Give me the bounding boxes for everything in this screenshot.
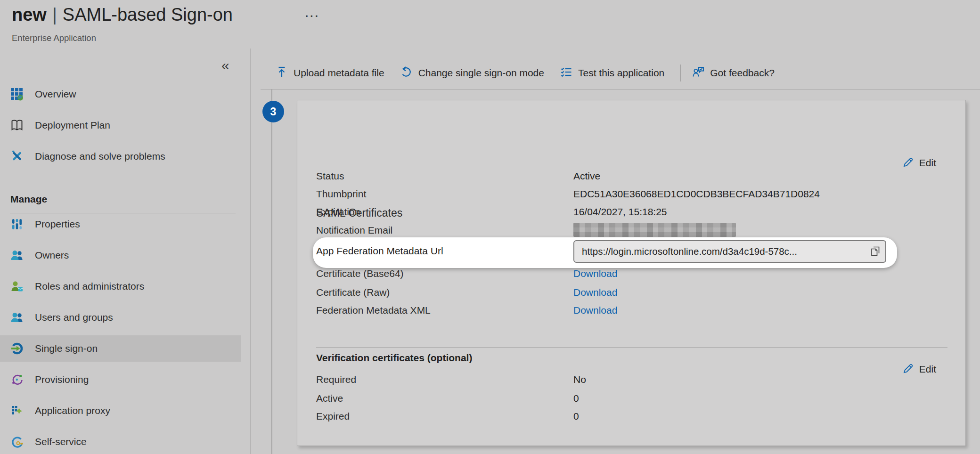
row-label: Required: [316, 374, 356, 385]
test-application-button[interactable]: Test this application: [560, 66, 664, 80]
row-notification-email: Notification Email: [297, 224, 965, 238]
sidebar-item-single-sign-on[interactable]: Single sign-on: [0, 335, 241, 362]
blade-name: SAML-based Sign-on: [63, 5, 233, 24]
row-value: 0: [573, 393, 579, 404]
row-federation-metadata-xml: Federation Metadata XML Download: [297, 304, 965, 318]
sidebar-item-label: Diagnose and solve problems: [35, 151, 165, 162]
got-feedback-button[interactable]: Got feedback?: [692, 66, 775, 80]
person-role-icon: [10, 280, 24, 293]
more-options-icon[interactable]: ···: [305, 10, 320, 23]
app-name: new: [12, 5, 47, 24]
command-bar: Upload metadata file Change single sign-…: [276, 62, 791, 84]
sidebar-item-label: Users and groups: [35, 312, 113, 323]
sidebar-item-label: Deployment Plan: [35, 120, 110, 131]
sidebar-item-overview[interactable]: Overview: [0, 81, 241, 107]
edit-token-certificate-button[interactable]: Edit: [902, 156, 936, 170]
page-title: new|SAML-based Sign-on: [12, 3, 233, 26]
row-label: Federation Metadata XML: [316, 305, 431, 316]
row-label: Expired: [316, 411, 350, 422]
row-thumbprint: Thumbprint EDC51A30E36068ED1CD0CDB3BECFA…: [297, 187, 965, 202]
sidebar-item-properties[interactable]: Properties: [0, 211, 241, 237]
title-separator: |: [52, 5, 57, 24]
sidebar-item-users-and-groups[interactable]: Users and groups: [0, 304, 241, 331]
two-people-icon: [10, 311, 24, 324]
sidebar-item-label: Application proxy: [35, 405, 110, 416]
ring-key-icon: [10, 435, 24, 448]
download-raw-link[interactable]: Download: [573, 287, 617, 298]
row-value: 0: [573, 411, 579, 422]
toolbar-divider: [261, 89, 980, 89]
url-field-value: https://login.microsoftonline.com/d3a4c1…: [582, 241, 865, 262]
sidebar-item-label: Properties: [35, 219, 80, 230]
row-certificate-raw: Certificate (Raw) Download: [297, 286, 965, 300]
sidebar-item-label: Provisioning: [35, 374, 89, 385]
sidebar-item-provisioning[interactable]: Provisioning: [0, 366, 241, 393]
app-window: new|SAML-based Sign-on ··· Enterprise Ap…: [0, 0, 980, 454]
row-status: Status Active: [297, 170, 965, 184]
grid-star-icon: [10, 404, 24, 417]
toolbar-label: Test this application: [578, 67, 664, 79]
sidebar-item-application-proxy[interactable]: Application proxy: [0, 397, 241, 424]
sso-arrow-circle-icon: [10, 342, 24, 355]
section-divider: [316, 347, 947, 348]
sidebar-section-manage: Manage: [10, 194, 47, 205]
row-label: Certificate (Base64): [316, 268, 404, 279]
toolbar-label: Upload metadata file: [294, 67, 384, 79]
sliders-icon: [10, 218, 24, 231]
row-label: Status: [316, 170, 344, 182]
upload-icon: [276, 66, 294, 80]
sidebar-divider: [250, 49, 251, 454]
row-expired-count: Expired 0: [297, 410, 965, 424]
toolbar-label: Change single sign-on mode: [418, 67, 544, 79]
undo-arrow-icon: [400, 66, 418, 80]
page-subtitle: Enterprise Application: [12, 33, 96, 43]
step-timeline: [271, 89, 272, 454]
saml-certificates-card: SAML Certificates Edit Token signing cer…: [297, 100, 966, 446]
sidebar-item-owners[interactable]: Owners: [0, 242, 241, 268]
download-base64-link[interactable]: Download: [573, 268, 617, 279]
two-people-icon: [10, 249, 24, 262]
row-expiration: Expiration 16/04/2027, 15:18:25: [297, 205, 965, 219]
feedback-person-icon: [692, 66, 710, 80]
redacted-email-value: [573, 223, 736, 237]
crossed-tools-icon: [10, 150, 24, 163]
app-federation-metadata-url-field[interactable]: https://login.microsoftonline.com/d3a4c1…: [573, 240, 886, 263]
verification-certificates-heading: Verification certificates (optional): [316, 352, 472, 364]
row-active-count: Active 0: [297, 392, 965, 406]
sidebar-item-label: Roles and administrators: [35, 281, 144, 292]
toolbar-separator: [680, 65, 681, 81]
row-value: Active: [573, 170, 600, 182]
collapse-sidebar-icon[interactable]: «: [221, 58, 229, 73]
sync-ring-icon: [10, 373, 24, 386]
row-label: Certificate (Raw): [316, 287, 390, 298]
sidebar-item-label: Overview: [35, 89, 76, 100]
change-sso-mode-button[interactable]: Change single sign-on mode: [400, 66, 544, 80]
pencil-icon: [902, 156, 915, 170]
row-certificate-base64: Certificate (Base64) Download: [297, 267, 965, 281]
upload-metadata-file-button[interactable]: Upload metadata file: [276, 66, 384, 80]
checklist-icon: [560, 66, 578, 80]
sidebar-item-roles[interactable]: Roles and administrators: [0, 273, 241, 300]
overview-grid-icon: [10, 88, 24, 101]
toolbar-label: Got feedback?: [710, 67, 775, 79]
row-label: Thumbprint: [316, 188, 366, 200]
sidebar-item-label: Owners: [35, 250, 69, 261]
row-label: Active: [316, 393, 343, 404]
row-value: EDC51A30E36068ED1CD0CDB3BECFAD34B71D0824: [573, 188, 820, 200]
app-federation-metadata-url-label: App Federation Metadata Url: [316, 245, 443, 257]
sidebar-item-deployment-plan[interactable]: Deployment Plan: [0, 112, 241, 138]
row-label: Expiration: [316, 206, 360, 218]
row-required: Required No: [297, 373, 965, 387]
sidebar-item-label: Self-service: [35, 436, 87, 447]
sidebar-item-diagnose[interactable]: Diagnose and solve problems: [0, 143, 241, 170]
row-value: No: [573, 374, 586, 385]
row-value: 16/04/2027, 15:18:25: [573, 206, 667, 218]
open-book-icon: [10, 119, 24, 132]
copy-icon[interactable]: [869, 245, 882, 258]
sidebar-item-label: Single sign-on: [35, 343, 98, 354]
row-label: Notification Email: [316, 225, 392, 236]
sidebar-item-self-service[interactable]: Self-service: [0, 429, 241, 454]
edit-label: Edit: [919, 157, 936, 169]
step-3-badge: 3: [262, 101, 284, 122]
download-xml-link[interactable]: Download: [573, 305, 617, 316]
